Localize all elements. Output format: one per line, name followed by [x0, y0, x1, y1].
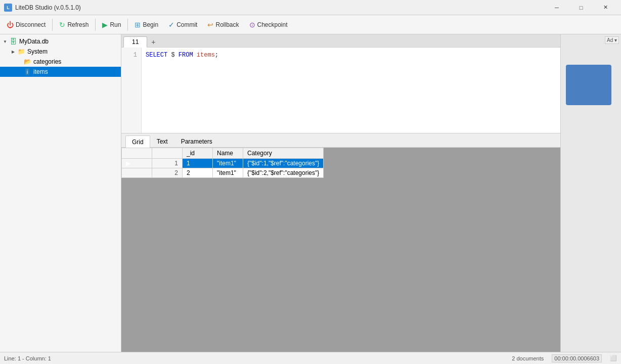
row-number: 2	[152, 168, 183, 178]
sidebar-item-db[interactable]: ▼ 🗄 MyData.db	[0, 36, 121, 47]
col-arrow-header	[122, 148, 152, 159]
refresh-label: Refresh	[67, 21, 88, 28]
run-label: Run	[110, 21, 121, 28]
table-cell[interactable]: "item1"	[213, 168, 243, 178]
system-icon: 📁	[17, 48, 25, 56]
sidebar-item-system[interactable]: ▶ 📁 System	[0, 47, 121, 57]
maximize-button[interactable]: □	[569, 0, 593, 15]
toolbar-separator-1	[52, 19, 53, 31]
toolbar-separator-3	[127, 19, 128, 31]
checkpoint-icon: ⊙	[249, 21, 255, 29]
categories-label: categories	[33, 58, 61, 65]
cursor-position: Line: 1 - Column: 1	[4, 355, 51, 361]
toolbar-separator-2	[95, 19, 96, 31]
status-bar: Line: 1 - Column: 1 2 documents 00:00:00…	[0, 352, 621, 364]
ad-label: Ad ▾	[605, 36, 619, 44]
row-arrow: ▶	[122, 159, 152, 168]
table-cell[interactable]: "item1"	[213, 159, 243, 168]
rollback-button[interactable]: ↩ Rollback	[203, 17, 243, 32]
commit-icon: ✓	[168, 21, 174, 29]
refresh-icon: ↻	[59, 21, 65, 29]
categories-icon: 📂	[23, 58, 31, 66]
begin-label: Begin	[143, 21, 158, 28]
row-arrow	[122, 168, 152, 178]
results-table: _id Name Category ▶11"item1"{"$id":1,"$r…	[121, 148, 324, 178]
table-cell[interactable]: {"$id":1,"$ref":"categories"}	[243, 159, 324, 168]
system-label: System	[27, 48, 48, 55]
begin-button[interactable]: ⊞ Begin	[130, 17, 163, 32]
close-button[interactable]: ✕	[594, 0, 617, 15]
table-cell[interactable]: 2	[183, 168, 213, 178]
toolbar: ⏻ Disconnect ↻ Refresh ▶ Run ⊞ Begin ✓ C…	[0, 15, 621, 34]
results-tabs: Grid Text Parameters	[121, 133, 560, 148]
sidebar-item-items[interactable]: i items	[0, 67, 121, 77]
rollback-label: Rollback	[215, 21, 239, 28]
commit-label: Commit	[176, 21, 197, 28]
tab-bar: 11 +	[121, 34, 560, 48]
results-tab-parameters[interactable]: Parameters	[174, 135, 219, 147]
main-layout: ▼ 🗄 MyData.db ▶ 📁 System 📂 categories i …	[0, 34, 621, 352]
doc-count: 2 documents	[512, 355, 544, 361]
commit-button[interactable]: ✓ Commit	[164, 17, 202, 32]
ad-content	[566, 65, 611, 105]
disconnect-button[interactable]: ⏻ Disconnect	[2, 17, 50, 32]
results-table-container[interactable]: _id Name Category ▶11"item1"{"$id":1,"$r…	[121, 148, 560, 352]
col-category-header: Category	[243, 148, 324, 159]
categories-expand-icon	[16, 59, 22, 65]
begin-icon: ⊞	[135, 21, 141, 29]
checkpoint-label: Checkpoint	[257, 21, 288, 28]
disconnect-label: Disconnect	[16, 21, 46, 28]
sql-editor[interactable]: SELECT $ FROM items;	[142, 48, 560, 133]
title-bar: L LiteDB Studio (v.0.5.1.0) ─ □ ✕	[0, 0, 621, 15]
db-label: MyData.db	[19, 38, 49, 45]
table-cell[interactable]: 1	[183, 159, 213, 168]
editor-area: 1 SELECT $ FROM items;	[121, 48, 560, 133]
app-icon: L	[4, 4, 12, 12]
col-id-header: _id	[183, 148, 213, 159]
run-button[interactable]: ▶ Run	[98, 17, 125, 32]
checkpoint-button[interactable]: ⊙ Checkpoint	[245, 17, 292, 32]
col-name-header: Name	[213, 148, 243, 159]
disconnect-icon: ⏻	[7, 21, 14, 29]
items-expand-icon	[16, 69, 22, 75]
refresh-button[interactable]: ↻ Refresh	[55, 17, 93, 32]
minimize-button[interactable]: ─	[545, 0, 568, 15]
run-icon: ▶	[102, 21, 108, 29]
app-title: LiteDB Studio (v.0.5.1.0)	[15, 4, 81, 11]
content-area: 11 + 1 SELECT $ FROM items; Grid Text	[121, 34, 560, 352]
title-bar-left: L LiteDB Studio (v.0.5.1.0)	[4, 4, 81, 12]
results-area: Grid Text Parameters _id	[121, 133, 560, 352]
items-label: items	[33, 68, 48, 75]
table-row[interactable]: ▶11"item1"{"$id":1,"$ref":"categories"}	[122, 159, 324, 168]
row-number: 1	[152, 159, 183, 168]
right-panel: Ad ▾	[560, 34, 621, 352]
editor-tab-label: 11	[132, 38, 139, 46]
rollback-icon: ↩	[207, 21, 213, 29]
results-tab-text[interactable]: Text	[150, 135, 174, 147]
col-rownum-header	[152, 148, 183, 159]
editor-tab-11[interactable]: 11	[123, 36, 147, 48]
sidebar-item-categories[interactable]: 📂 categories	[0, 57, 121, 67]
ad-area: Ad ▾	[561, 34, 621, 352]
sidebar: ▼ 🗄 MyData.db ▶ 📁 System 📂 categories i …	[0, 34, 121, 352]
table-row[interactable]: 22"item1"{"$id":2,"$ref":"categories"}	[122, 168, 324, 178]
status-right: 2 documents 00:00:00.0006603 ⬜	[512, 354, 617, 362]
db-icon: 🗄	[9, 37, 17, 46]
tab-add-button[interactable]: +	[148, 37, 158, 47]
items-icon: i	[23, 68, 31, 76]
window-controls: ─ □ ✕	[545, 0, 617, 15]
line-numbers: 1	[121, 48, 142, 133]
timing: 00:00:00.0006603	[552, 354, 602, 362]
status-extra: ⬜	[610, 355, 617, 361]
db-expand-icon: ▼	[2, 38, 8, 44]
table-cell[interactable]: {"$id":2,"$ref":"categories"}	[243, 168, 324, 178]
results-tab-grid[interactable]: Grid	[125, 135, 150, 148]
system-expand-icon: ▶	[10, 49, 16, 55]
